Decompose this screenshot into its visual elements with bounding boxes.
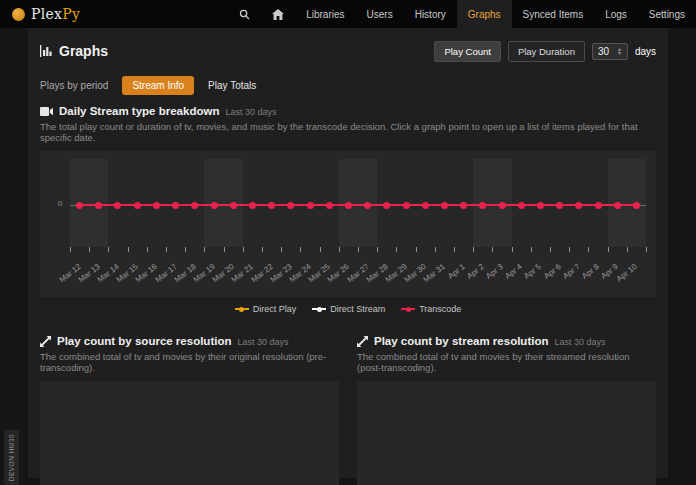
data-point-apr-8[interactable] (595, 202, 602, 209)
nav-items: LibrariesUsersHistoryGraphsSynced ItemsL… (228, 0, 696, 28)
legend-marker-icon (312, 308, 326, 310)
source-resolution-title: Play count by source resolution Last 30 … (40, 335, 339, 347)
arrows-icon (357, 336, 368, 347)
source-resolution-subtitle: Last 30 days (237, 337, 288, 347)
axis-tick (608, 247, 609, 252)
data-point-mar-24[interactable] (307, 202, 314, 209)
x-axis-ticks (70, 247, 646, 252)
tab-plays-by-period[interactable]: Plays by period (40, 76, 108, 95)
data-point-mar-29[interactable] (403, 202, 410, 209)
data-point-mar-25[interactable] (326, 202, 333, 209)
graph-tabs: Plays by period Stream Info Play Totals (40, 76, 656, 95)
data-point-mar-15[interactable] (134, 202, 141, 209)
axis-tick (454, 247, 455, 252)
data-point-mar-14[interactable] (114, 202, 121, 209)
data-point-mar-31[interactable] (441, 202, 448, 209)
y-axis-zero-label: 0 (58, 199, 62, 208)
side-tab-label: DEVON HM30 (8, 434, 15, 481)
axis-tick (550, 247, 551, 252)
days-input[interactable]: 30 ▲▼ (592, 43, 628, 60)
number-stepper-icon[interactable]: ▲▼ (617, 47, 622, 55)
data-point-mar-16[interactable] (153, 202, 160, 209)
main-chart-subtitle: Last 30 days (225, 107, 276, 117)
data-point-mar-20[interactable] (230, 202, 237, 209)
data-point-mar-28[interactable] (383, 202, 390, 209)
legend-item-transcode[interactable]: Transcode (401, 304, 461, 314)
data-point-mar-26[interactable] (345, 202, 352, 209)
brand-logo[interactable]: PlexPy (0, 0, 92, 28)
source-resolution-description: The combined total of tv and movies by t… (40, 351, 339, 373)
data-point-mar-21[interactable] (249, 202, 256, 209)
page-title: Graphs (40, 43, 108, 59)
data-point-apr-9[interactable] (614, 202, 621, 209)
data-point-apr-6[interactable] (556, 202, 563, 209)
axis-tick (108, 247, 109, 252)
data-point-mar-17[interactable] (172, 202, 179, 209)
nav-item-synced-items[interactable]: Synced Items (512, 0, 595, 28)
main-chart-legend: Direct PlayDirect StreamTranscode (40, 301, 656, 317)
plot-area (70, 159, 646, 247)
play-duration-button[interactable]: Play Duration (508, 41, 585, 62)
stream-resolution-chart: Direct PlayDirect StreamTranscode (357, 381, 656, 485)
data-point-apr-7[interactable] (575, 202, 582, 209)
content-card: Graphs Play Count Play Duration 30 ▲▼ da… (28, 28, 668, 478)
legend-label: Transcode (419, 304, 461, 314)
axis-tick (588, 247, 589, 252)
data-point-apr-5[interactable] (537, 202, 544, 209)
axis-tick (416, 247, 417, 252)
tab-play-totals[interactable]: Play Totals (208, 76, 256, 95)
axis-tick (89, 247, 90, 252)
axis-tick (281, 247, 282, 252)
axis-tick (531, 247, 532, 252)
nav-item-users[interactable]: Users (356, 0, 404, 28)
data-point-mar-18[interactable] (191, 202, 198, 209)
nav-item-graphs[interactable]: Graphs (457, 0, 512, 28)
transcode-series-line (80, 204, 637, 206)
axis-tick (166, 247, 167, 252)
nav-item-libraries[interactable]: Libraries (295, 0, 355, 28)
axis-tick (320, 247, 321, 252)
axis-tick (627, 247, 628, 252)
data-point-apr-1[interactable] (460, 202, 467, 209)
stream-resolution-section: Play count by stream resolution Last 30 … (357, 331, 656, 485)
data-point-mar-19[interactable] (211, 202, 218, 209)
axis-tick (300, 247, 301, 252)
data-point-mar-30[interactable] (422, 202, 429, 209)
stream-resolution-subtitle: Last 30 days (554, 337, 605, 347)
axis-tick (569, 247, 570, 252)
axis-tick (262, 247, 263, 252)
data-point-apr-4[interactable] (518, 202, 525, 209)
axis-tick (70, 247, 71, 252)
video-camera-icon (40, 107, 53, 116)
side-vertical-tab[interactable]: DEVON HM30 (4, 430, 19, 485)
axis-tick (646, 247, 647, 252)
home-icon[interactable] (261, 0, 295, 28)
nav-item-settings[interactable]: Settings (638, 0, 696, 28)
axis-tick (473, 247, 474, 252)
axis-tick (435, 247, 436, 252)
axis-tick (492, 247, 493, 252)
data-point-apr-10[interactable] (633, 202, 640, 209)
search-icon[interactable] (228, 0, 261, 28)
x-axis-labels: Mar 12Mar 13Mar 14Mar 15Mar 16Mar 17Mar … (70, 253, 646, 279)
data-point-mar-23[interactable] (287, 202, 294, 209)
legend-item-direct-play[interactable]: Direct Play (235, 304, 297, 314)
axis-tick (147, 247, 148, 252)
legend-label: Direct Stream (330, 304, 385, 314)
axis-tick (185, 247, 186, 252)
brand-text: PlexPy (31, 6, 80, 22)
nav-item-history[interactable]: History (404, 0, 457, 28)
nav-item-logs[interactable]: Logs (594, 0, 638, 28)
data-point-apr-3[interactable] (499, 202, 506, 209)
legend-item-direct-stream[interactable]: Direct Stream (312, 304, 385, 314)
days-label: days (635, 46, 656, 57)
plexpy-logo-icon (12, 8, 25, 21)
page-header: Graphs Play Count Play Duration 30 ▲▼ da… (40, 38, 656, 64)
axis-tick (128, 247, 129, 252)
source-resolution-section: Play count by source resolution Last 30 … (40, 331, 339, 485)
bar-chart-icon (40, 45, 53, 57)
tab-stream-info[interactable]: Stream Info (122, 76, 194, 95)
weekend-plot-band (204, 159, 242, 247)
data-point-mar-22[interactable] (268, 202, 275, 209)
play-count-button[interactable]: Play Count (434, 41, 500, 62)
